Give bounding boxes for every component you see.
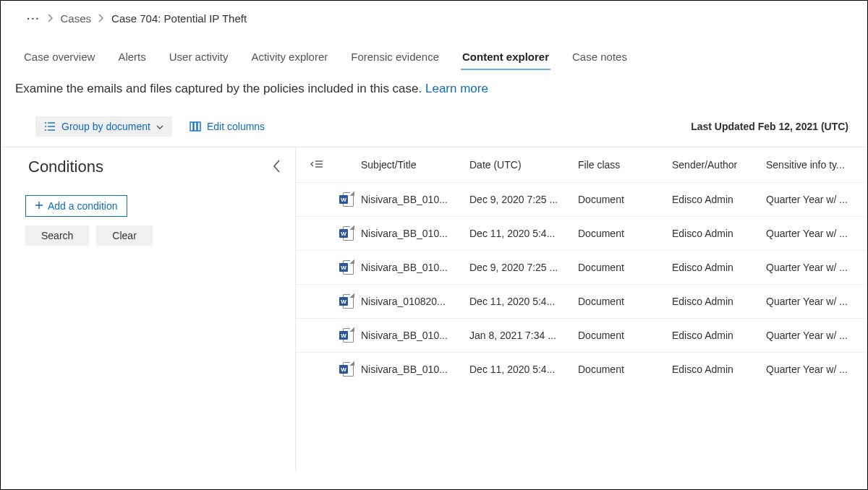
- row-icon-cell: W: [310, 328, 361, 343]
- cell-author: Edisco Admin: [672, 228, 766, 239]
- svg-rect-6: [190, 122, 193, 131]
- cell-author: Edisco Admin: [672, 194, 766, 205]
- description-text: Examine the emails and files captured by…: [15, 82, 425, 95]
- word-document-icon: W: [341, 226, 354, 241]
- tab-forensic-evidence[interactable]: Forensic evidence: [349, 48, 441, 70]
- group-by-label: Group by document: [61, 121, 150, 132]
- edit-columns-label: Edit columns: [207, 121, 265, 132]
- chevron-right-icon: [48, 12, 54, 25]
- cell-subject: Nisivara_BB_010...: [361, 194, 469, 205]
- cell-date: Dec 11, 2020 5:4...: [469, 296, 578, 307]
- word-document-icon: W: [341, 192, 354, 207]
- edit-columns-button[interactable]: Edit columns: [182, 116, 272, 137]
- row-icon-cell: W: [310, 294, 361, 309]
- breadcrumb: ··· Cases Case 704: Potential IP Theft: [1, 1, 867, 25]
- cell-author: Edisco Admin: [672, 330, 766, 341]
- table-header-row: Subject/Title Date (UTC) File class Send…: [296, 147, 867, 182]
- learn-more-link[interactable]: Learn more: [425, 82, 488, 95]
- conditions-panel: Conditions Add a condition Search Clear: [1, 147, 296, 470]
- row-icon-cell: W: [310, 362, 361, 377]
- col-author[interactable]: Sender/Author: [672, 159, 766, 171]
- breadcrumb-current[interactable]: Case 704: Potential IP Theft: [111, 12, 247, 25]
- tab-activity-explorer[interactable]: Activity explorer: [250, 48, 329, 70]
- svg-rect-8: [197, 122, 200, 131]
- cell-subject: Nisivara_010820...: [361, 296, 469, 307]
- page-description: Examine the emails and files captured by…: [1, 70, 867, 96]
- table-row[interactable]: WNisivara_BB_010...Dec 11, 2020 5:4...Do…: [296, 352, 867, 386]
- cell-sensitive: Quarter Year w/ ...: [766, 296, 861, 307]
- word-document-icon: W: [341, 294, 354, 309]
- cell-sensitive: Quarter Year w/ ...: [766, 228, 861, 239]
- cell-subject: Nisivara_BB_010...: [361, 228, 469, 239]
- cell-sensitive: Quarter Year w/ ...: [766, 194, 861, 205]
- cell-date: Dec 11, 2020 5:4...: [469, 364, 578, 375]
- row-icon-cell: W: [310, 260, 361, 275]
- tab-alerts[interactable]: Alerts: [116, 48, 147, 70]
- cell-date: Dec 9, 2020 7:25 ...: [469, 262, 578, 273]
- tab-user-activity[interactable]: User activity: [168, 48, 230, 70]
- word-document-icon: W: [341, 362, 354, 377]
- table-row[interactable]: WNisivara_BB_010...Dec 11, 2020 5:4...Do…: [296, 216, 867, 250]
- col-sensitive[interactable]: Sensitive info ty...: [766, 159, 861, 171]
- columns-icon: [190, 121, 201, 132]
- chevron-left-icon: [272, 158, 282, 174]
- cell-file-class: Document: [578, 262, 672, 273]
- row-icon-cell: W: [310, 226, 361, 241]
- row-icon-cell: W: [310, 192, 361, 207]
- table-row[interactable]: WNisivara_BB_010...Jan 8, 2021 7:34 ...D…: [296, 318, 867, 352]
- collapse-panel-button[interactable]: [272, 158, 282, 176]
- search-button[interactable]: Search: [25, 225, 89, 246]
- col-date[interactable]: Date (UTC): [469, 159, 578, 171]
- plus-icon: [35, 200, 43, 212]
- cell-sensitive: Quarter Year w/ ...: [766, 330, 861, 341]
- chevron-right-icon: [98, 12, 104, 25]
- cell-file-class: Document: [578, 330, 672, 341]
- cell-subject: Nisivara_BB_010...: [361, 364, 469, 375]
- clear-button[interactable]: Clear: [96, 225, 152, 246]
- group-by-button[interactable]: Group by document: [35, 116, 172, 137]
- conditions-title: Conditions: [28, 158, 103, 176]
- add-condition-label: Add a condition: [48, 200, 118, 212]
- cell-author: Edisco Admin: [672, 364, 766, 375]
- cell-sensitive: Quarter Year w/ ...: [766, 262, 861, 273]
- cell-file-class: Document: [578, 296, 672, 307]
- collapse-column-icon[interactable]: [310, 159, 323, 171]
- word-document-icon: W: [341, 260, 354, 275]
- breadcrumb-cases[interactable]: Cases: [61, 12, 92, 25]
- cell-date: Dec 11, 2020 5:4...: [469, 228, 578, 239]
- add-condition-button[interactable]: Add a condition: [25, 195, 127, 217]
- last-updated-text: Last Updated Feb 12, 2021 (UTC): [691, 121, 848, 132]
- toolbar: Group by document Edit columns Last Upda…: [1, 96, 867, 137]
- cell-date: Jan 8, 2021 7:34 ...: [469, 330, 578, 341]
- tab-content-explorer[interactable]: Content explorer: [461, 48, 550, 70]
- cell-sensitive: Quarter Year w/ ...: [766, 364, 861, 375]
- chevron-down-icon: [156, 121, 163, 132]
- cell-file-class: Document: [578, 228, 672, 239]
- tab-case-notes[interactable]: Case notes: [571, 48, 629, 70]
- cell-date: Dec 9, 2020 7:25 ...: [469, 194, 578, 205]
- table-row[interactable]: WNisivara_010820...Dec 11, 2020 5:4...Do…: [296, 284, 867, 318]
- table-row[interactable]: WNisivara_BB_010...Dec 9, 2020 7:25 ...D…: [296, 182, 867, 216]
- col-file-class[interactable]: File class: [578, 159, 672, 171]
- cell-file-class: Document: [578, 194, 672, 205]
- col-subject[interactable]: Subject/Title: [361, 159, 469, 171]
- cell-subject: Nisivara_BB_010...: [361, 262, 469, 273]
- cell-author: Edisco Admin: [672, 262, 766, 273]
- svg-rect-7: [194, 122, 197, 131]
- word-document-icon: W: [341, 328, 354, 343]
- results-table: Subject/Title Date (UTC) File class Send…: [296, 147, 867, 470]
- table-row[interactable]: WNisivara_BB_010...Dec 9, 2020 7:25 ...D…: [296, 250, 867, 284]
- cell-file-class: Document: [578, 364, 672, 375]
- list-group-icon: [44, 121, 56, 132]
- cell-author: Edisco Admin: [672, 296, 766, 307]
- tab-case-overview[interactable]: Case overview: [22, 48, 96, 70]
- tab-bar: Case overview Alerts User activity Activ…: [1, 25, 867, 70]
- cell-subject: Nisivara_BB_010...: [361, 330, 469, 341]
- breadcrumb-overflow[interactable]: ···: [27, 12, 41, 25]
